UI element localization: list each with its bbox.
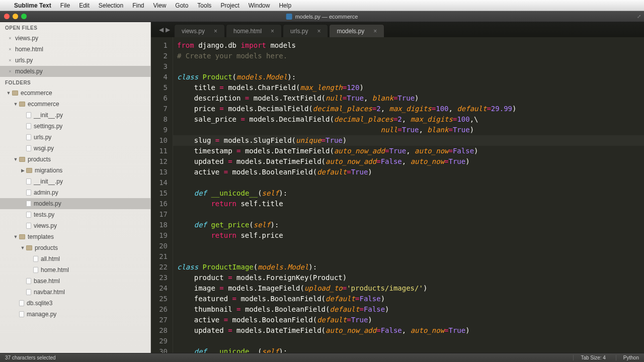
code-line[interactable]: return self.price <box>177 230 640 241</box>
file-item[interactable]: tests.py <box>0 209 150 220</box>
code-line[interactable]: timestamp = models.DateTimeField(auto_no… <box>177 146 640 156</box>
line-number[interactable]: 29 <box>153 336 168 346</box>
editor-tab[interactable]: home.html× <box>226 24 282 37</box>
code-line[interactable]: class Product(models.Model): <box>177 72 640 82</box>
code-line[interactable]: updated = models.DateTimeField(auto_now_… <box>177 156 640 167</box>
disclosure-down-icon[interactable] <box>13 100 18 109</box>
menu-edit[interactable]: Edit <box>79 2 90 9</box>
line-number[interactable]: 1 <box>153 40 168 51</box>
code-line[interactable]: active = models.BooleanField(default=Tru… <box>177 315 640 325</box>
folder-item[interactable]: ecommerce <box>0 87 150 99</box>
file-item[interactable]: navbar.html <box>0 287 150 298</box>
code-line[interactable]: product = models.ForeignKey(Product) <box>177 273 640 283</box>
line-number[interactable]: 18 <box>153 220 168 230</box>
menu-window[interactable]: Window <box>249 2 270 9</box>
folder-item[interactable]: migrations <box>0 165 150 176</box>
file-item[interactable]: urls.py <box>0 132 150 143</box>
file-item[interactable]: __init__.py <box>0 176 150 187</box>
editor-tab[interactable]: models.py× <box>329 24 384 37</box>
tab-nav-forward-icon[interactable]: ▶ <box>166 26 170 33</box>
close-file-icon[interactable]: × <box>8 58 12 62</box>
line-number[interactable]: 24 <box>153 283 168 294</box>
line-number[interactable]: 2 <box>153 51 168 61</box>
code-line[interactable]: return self.title <box>177 199 640 209</box>
line-number-gutter[interactable]: 1234567891011121314151617181920212223242… <box>151 37 173 353</box>
close-window-button[interactable] <box>4 14 10 19</box>
line-number[interactable]: 11 <box>153 146 168 156</box>
file-item[interactable]: db.sqlite3 <box>0 298 150 309</box>
file-item[interactable]: base.html <box>0 276 150 287</box>
disclosure-down-icon[interactable] <box>20 243 25 252</box>
code-line[interactable] <box>177 241 640 251</box>
tab-nav-back-icon[interactable]: ◀ <box>159 26 164 33</box>
code-line[interactable]: from django.db import models <box>177 40 640 51</box>
code-line[interactable]: title = models.CharField(max_length=120) <box>177 82 640 93</box>
code-line[interactable]: featured = models.BooleanField(default=F… <box>177 294 640 304</box>
code-line[interactable]: description = models.TextField(null=True… <box>177 93 640 104</box>
disclosure-down-icon[interactable] <box>13 232 18 241</box>
folder-item[interactable]: templates <box>0 231 150 242</box>
code-line[interactable]: null=True, blank=True) <box>177 125 640 135</box>
line-number[interactable]: 27 <box>153 315 168 325</box>
tab-close-icon[interactable]: × <box>317 28 320 35</box>
editor-tab[interactable]: views.py× <box>174 24 225 37</box>
file-item[interactable]: models.py <box>0 198 150 209</box>
code-line[interactable]: class ProductImage(models.Model): <box>177 262 640 273</box>
line-number[interactable]: 5 <box>153 82 168 93</box>
zoom-window-button[interactable] <box>21 14 27 19</box>
line-number[interactable]: 14 <box>153 177 168 188</box>
code-line[interactable] <box>177 177 640 188</box>
code-line[interactable]: def __unicode__(self): <box>177 188 640 199</box>
line-number[interactable]: 9 <box>153 125 168 135</box>
line-number[interactable]: 13 <box>153 167 168 177</box>
close-file-icon[interactable]: × <box>8 36 12 40</box>
code-line[interactable]: active = models.BooleanField(default=Tru… <box>177 167 640 177</box>
line-number[interactable]: 8 <box>153 114 168 125</box>
status-tab-size[interactable]: Tab Size: 4 <box>573 355 605 360</box>
app-menu[interactable]: Sublime Text <box>14 2 51 9</box>
file-item[interactable]: views.py <box>0 220 150 231</box>
menu-help[interactable]: Help <box>279 2 291 9</box>
folder-item[interactable]: ecommerce <box>0 99 150 110</box>
line-number[interactable]: 20 <box>153 241 168 251</box>
line-number[interactable]: 26 <box>153 304 168 315</box>
expand-icon[interactable]: ⤢ <box>637 14 641 19</box>
file-item[interactable]: all.html <box>0 253 150 264</box>
open-file-item[interactable]: ×views.py <box>0 33 150 44</box>
disclosure-down-icon[interactable] <box>13 155 18 164</box>
minimize-window-button[interactable] <box>13 14 18 19</box>
menu-view[interactable]: View <box>153 2 167 9</box>
file-item[interactable]: wsgi.py <box>0 143 150 154</box>
code-line[interactable] <box>177 251 640 262</box>
menu-tools[interactable]: Tools <box>197 2 211 9</box>
disclosure-right-icon[interactable] <box>20 166 25 175</box>
open-file-item[interactable]: ×models.py <box>0 66 150 77</box>
code-line[interactable] <box>177 61 640 72</box>
disclosure-down-icon[interactable] <box>6 88 11 98</box>
file-item[interactable]: settings.py <box>0 121 150 132</box>
line-number[interactable]: 4 <box>153 72 168 82</box>
folder-item[interactable]: products <box>0 242 150 253</box>
menu-find[interactable]: Find <box>132 2 144 9</box>
code-line[interactable] <box>177 209 640 220</box>
file-item[interactable]: __init__.py <box>0 110 150 121</box>
line-number[interactable]: 16 <box>153 199 168 209</box>
menu-project[interactable]: Project <box>220 2 239 9</box>
line-number[interactable]: 25 <box>153 294 168 304</box>
menu-file[interactable]: File <box>60 2 70 9</box>
line-number[interactable]: 7 <box>153 104 168 114</box>
file-item[interactable]: manage.py <box>0 309 150 320</box>
line-number[interactable]: 19 <box>153 230 168 241</box>
code-line[interactable]: price = models.DecimalField(decimal_plac… <box>177 104 640 114</box>
open-file-item[interactable]: ×urls.py <box>0 55 150 66</box>
close-file-icon[interactable]: × <box>8 69 12 73</box>
tab-close-icon[interactable]: × <box>373 28 377 35</box>
open-file-item[interactable]: ×home.html <box>0 44 150 55</box>
code-line[interactable]: image = models.ImageField(upload_to='pro… <box>177 283 640 294</box>
menu-goto[interactable]: Goto <box>175 2 188 9</box>
code-line[interactable]: # Create your models here. <box>177 51 640 61</box>
code-line[interactable]: sale_price = models.DecimalField(decimal… <box>177 114 640 125</box>
file-item[interactable]: home.html <box>0 264 150 276</box>
line-number[interactable]: 22 <box>153 262 168 273</box>
line-number[interactable]: 21 <box>153 251 168 262</box>
